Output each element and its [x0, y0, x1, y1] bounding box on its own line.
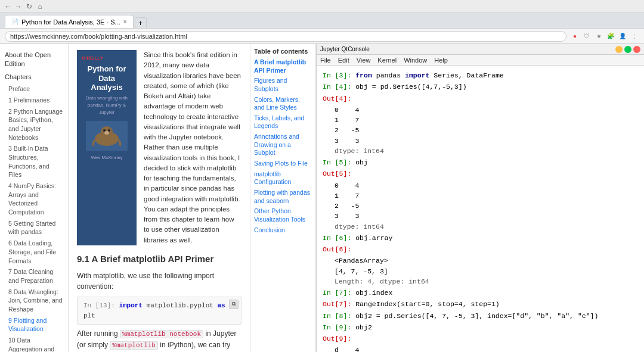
toc-item-primer[interactable]: A Brief matplotlib API Primer: [254, 57, 312, 76]
win-maximize-btn[interactable]: [624, 46, 631, 53]
jupyter-cell-4-result: 0 4 1 7 2 -5 3 3 dtype: int64: [323, 105, 638, 156]
tab-bar: 📄 Python for Data Analysis, 3E - S... × …: [0, 13, 644, 29]
nav-forward-btn[interactable]: →: [14, 2, 23, 11]
jupyter-cell-4-out: Out[4]:: [323, 94, 638, 104]
toc-item-other[interactable]: Other Python Visualization Tools: [254, 206, 312, 225]
jupyter-titlebar: Jupyter QtConsole: [317, 44, 644, 55]
jupyter-cell-4-in: In [4]: obj = pd.Series([4,7,-5,3]): [323, 82, 638, 92]
after-code-text: After running %matplotlib notebook in Ju…: [77, 328, 242, 352]
tab-favicon: 📄: [11, 18, 18, 25]
toc-heading: Table of contents: [254, 48, 312, 55]
jupyter-cell-6-out: Out[6]:: [323, 244, 638, 254]
jupyter-cell-9-result: d 4 b 7 a -5 c 3 dtype: int64: [323, 345, 638, 352]
book-cover-title: Python for Data Analysis: [82, 64, 132, 92]
jupyter-cell-9-out: Out[9]:: [323, 334, 638, 344]
toc-item-figures[interactable]: Figures and Subplots: [254, 76, 312, 94]
toc-item-saving[interactable]: Saving Plots to File: [254, 158, 312, 169]
book-intro-text: Since this book's first edition in 2012,…: [144, 50, 242, 245]
toc-item-config[interactable]: matplotlib Configuration: [254, 169, 312, 188]
menu-kernel[interactable]: Kernel: [377, 57, 397, 64]
jupyter-title: Jupyter QtConsole: [320, 46, 370, 52]
book-cover-animal: [86, 121, 128, 151]
menu-help[interactable]: Help: [434, 57, 448, 64]
sidebar-item-about[interactable]: About the Open Edition: [0, 49, 68, 71]
content-with-toc: O'REILLY Python for Data Analysis Data w…: [69, 44, 315, 352]
inline-code-2: %matplotlib: [110, 341, 158, 350]
sidebar-item-ch9[interactable]: 9 Plotting and Visualization: [0, 315, 68, 335]
nav-back-btn[interactable]: ←: [4, 2, 12, 11]
shield-icon[interactable]: 🛡: [582, 32, 592, 41]
jupyter-cell-9-in: In [9]: obj2: [323, 322, 638, 332]
url-bar[interactable]: https://wesmckinney.com/book/plotting-an…: [5, 31, 566, 42]
menu-edit[interactable]: Edit: [338, 57, 349, 64]
copy-btn-1[interactable]: ⧉: [229, 300, 239, 309]
svg-point-3: [108, 129, 110, 132]
sidebar-item-ch6[interactable]: 6 Data Loading, Storage, and File Format…: [0, 238, 68, 266]
code-block-1: In [13]: import matplotlib.pyplot as plt…: [77, 297, 242, 325]
toc-item-pandas[interactable]: Plotting with pandas and seaborn: [254, 188, 312, 206]
jupyter-cell-7-out: Out[7]: RangeIndex(start=0, stop=4, step…: [323, 299, 638, 309]
tab-close-btn[interactable]: ×: [123, 18, 127, 25]
browser-tab[interactable]: 📄 Python for Data Analysis, 3E - S... ×: [5, 15, 134, 28]
jupyter-cell-7-in: In [7]: obj.index: [323, 288, 638, 298]
book-panel: About the Open Edition Chapters Preface …: [0, 44, 316, 352]
nav-refresh-btn[interactable]: ↻: [25, 2, 33, 11]
jupyter-cell-3: In [3]: from pandas import Series, DataF…: [323, 70, 638, 80]
sidebar-item-ch8[interactable]: 8 Data Wrangling: Join, Combine, and Res…: [0, 286, 68, 315]
jupyter-cell-6-result: <PandasArray> [4, 7, -5, 3] Length: 4, d…: [323, 256, 638, 286]
jupyter-cell-6-in: In [6]: obj.array: [323, 233, 638, 243]
win-controls: [615, 46, 640, 53]
in-label-1: In [13]:: [83, 302, 119, 309]
jupyter-cell-5-in: In [5]: obj: [323, 157, 638, 167]
section-intro: With matplotlib, we use the following im…: [77, 270, 242, 292]
bookmark-icon[interactable]: ★: [594, 32, 603, 41]
jupyter-menubar: File Edit View Kernel Window Help: [317, 55, 644, 66]
jupyter-cell-5-result: 0 4 1 7 2 -5 3 3 dtype: int64: [323, 180, 638, 232]
nav-home-btn[interactable]: ⌂: [36, 2, 44, 11]
sidebar-item-ch3[interactable]: 3 Built-In Data Structures, Functions, a…: [0, 143, 68, 180]
adblock-icon[interactable]: ●: [570, 32, 580, 41]
sidebar: About the Open Edition Chapters Preface …: [0, 44, 69, 352]
browser-icon-group: ● 🛡 ★ 🧩 👤 ⋮: [570, 32, 639, 41]
content-area: O'REILLY Python for Data Analysis Data w…: [69, 44, 250, 352]
sidebar-item-ch4[interactable]: 4 NumPy Basics: Arrays and Vectorized Co…: [0, 180, 68, 218]
sidebar-item-label: About the Open Edition: [5, 51, 51, 67]
code-text-1: matplotlib.pyplot: [143, 302, 217, 309]
book-cover: O'REILLY Python for Data Analysis Data w…: [77, 50, 137, 245]
win-minimize-btn[interactable]: [615, 46, 623, 53]
menu-window[interactable]: Window: [404, 57, 427, 64]
win-close-btn[interactable]: [633, 46, 640, 53]
menu-view[interactable]: View: [357, 57, 371, 64]
sidebar-item-preface[interactable]: Preface: [0, 83, 68, 95]
oreilly-label: O'REILLY: [82, 55, 103, 62]
sidebar-item-ch2[interactable]: 2 Python Language Basics, iPython, and J…: [0, 106, 68, 144]
new-tab-btn[interactable]: +: [135, 17, 147, 28]
svg-point-2: [103, 129, 106, 132]
sidebar-item-ch5[interactable]: 5 Getting Started with pandas: [0, 218, 68, 238]
toc-item-conclusion[interactable]: Conclusion: [254, 225, 312, 236]
toc-item-ticks[interactable]: Ticks, Labels, and Legends: [254, 113, 312, 132]
tab-label: Python for Data Analysis, 3E - S...: [21, 18, 120, 26]
jupyter-content[interactable]: In [3]: from pandas import Series, DataF…: [317, 66, 644, 352]
sidebar-item-label: Chapters: [5, 73, 32, 80]
book-author: Wes McKinney: [91, 154, 122, 161]
profile-icon[interactable]: 👤: [618, 32, 627, 41]
toc-item-colors[interactable]: Colors, Markers, and Line Styles: [254, 95, 312, 113]
toc-item-annotations[interactable]: Annotations and Drawing on a Subplot: [254, 132, 312, 158]
inline-code-1: %matplotlib notebook: [120, 330, 203, 338]
section-heading: 9.1 A Brief matplotlib API Primer: [77, 253, 242, 266]
settings-icon[interactable]: ⋮: [630, 32, 639, 41]
sidebar-item-ch10[interactable]: 10 Data Aggregation and Group Operations: [0, 335, 68, 352]
toc-panel: Table of contents A Brief matplotlib API…: [250, 44, 315, 352]
url-bar-row: https://wesmckinney.com/book/plotting-an…: [0, 29, 644, 44]
main-area: About the Open Edition Chapters Preface …: [0, 44, 644, 352]
book-cover-subtitle: Data wrangling with pandas, NumPy & Jupy…: [82, 95, 132, 116]
sidebar-item-chapters[interactable]: Chapters: [0, 71, 68, 83]
sidebar-item-ch1[interactable]: 1 Preliminaries: [0, 95, 68, 106]
jupyter-panel: Jupyter QtConsole File Edit View Kernel …: [316, 44, 644, 352]
svg-point-4: [104, 131, 109, 135]
extension-icon[interactable]: 🧩: [606, 32, 615, 41]
url-text: https://wesmckinney.com/book/plotting-an…: [10, 33, 187, 40]
menu-file[interactable]: File: [320, 57, 331, 64]
sidebar-item-ch7[interactable]: 7 Data Cleaning and Preparation: [0, 266, 68, 286]
